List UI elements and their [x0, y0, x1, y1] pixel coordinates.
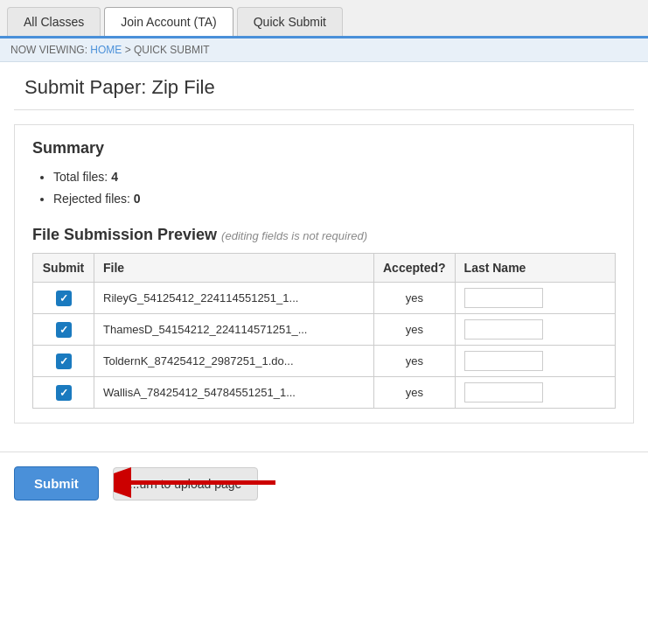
- file-cell-3: WallisA_78425412_54784551251_1...: [94, 377, 374, 409]
- submit-cell-3: [33, 377, 94, 409]
- table-row: ThamesD_54154212_224114571251_...yes: [33, 314, 616, 346]
- tab-quick-submit[interactable]: Quick Submit: [237, 7, 343, 36]
- lastname-input-1[interactable]: [464, 319, 543, 340]
- accepted-cell-0: yes: [374, 283, 456, 314]
- rejected-files-value: 0: [134, 192, 141, 206]
- lastname-cell-0: [455, 283, 615, 314]
- col-header-lastname: Last Name: [455, 254, 615, 283]
- footer-bar: Submit ...urn to upload page: [0, 452, 648, 514]
- total-files-value: 4: [111, 170, 118, 184]
- accepted-cell-1: yes: [374, 314, 456, 346]
- col-header-file: File: [94, 254, 374, 283]
- breadcrumb: NOW VIEWING: HOME > QUICK SUBMIT: [0, 38, 648, 62]
- page-title: Submit Paper: Zip File: [14, 62, 634, 110]
- preview-note: (editing fields is not required): [221, 229, 367, 242]
- table-row: RileyG_54125412_224114551251_1...yes: [33, 283, 616, 314]
- checkbox-0[interactable]: [56, 290, 72, 306]
- total-files-item: Total files: 4: [53, 166, 616, 188]
- rejected-files-label: Rejected files:: [53, 192, 134, 206]
- breadcrumb-home[interactable]: HOME: [90, 44, 122, 56]
- submit-cell-1: [33, 314, 94, 346]
- breadcrumb-separator: >: [125, 44, 134, 56]
- preview-title-text: File Submission Preview: [32, 226, 217, 243]
- lastname-cell-2: [455, 346, 615, 377]
- main-content: Submit Paper: Zip File Summary Total fil…: [0, 62, 648, 452]
- lastname-cell-1: [455, 314, 615, 346]
- col-header-submit: Submit: [33, 254, 94, 283]
- lastname-input-0[interactable]: [464, 288, 543, 308]
- checkbox-3[interactable]: [56, 385, 72, 401]
- submission-table: Submit File Accepted? Last Name RileyG_5…: [32, 253, 616, 409]
- lastname-cell-3: [455, 377, 615, 409]
- tab-bar: All Classes Join Account (TA) Quick Subm…: [0, 0, 648, 38]
- preview-title: File Submission Preview (editing fields …: [32, 226, 616, 244]
- content-section: Summary Total files: 4 Rejected files: 0…: [14, 124, 634, 424]
- accepted-cell-3: yes: [374, 377, 456, 409]
- total-files-label: Total files:: [53, 170, 111, 184]
- file-cell-2: ToldernK_87425412_2987251_1.do...: [94, 346, 374, 377]
- file-cell-1: ThamesD_54154212_224114571251_...: [94, 314, 374, 346]
- red-arrow-indicator: [114, 466, 280, 500]
- lastname-input-3[interactable]: [464, 382, 543, 402]
- table-row: ToldernK_87425412_2987251_1.do...yes: [33, 346, 616, 377]
- submit-cell-2: [33, 346, 94, 377]
- file-cell-0: RileyG_54125412_224114551251_1...: [94, 283, 374, 314]
- checkbox-2[interactable]: [56, 354, 72, 369]
- summary-list: Total files: 4 Rejected files: 0: [32, 166, 616, 210]
- tab-join-account[interactable]: Join Account (TA): [104, 7, 233, 36]
- summary-title: Summary: [32, 139, 616, 158]
- lastname-input-2[interactable]: [464, 351, 543, 371]
- breadcrumb-current: QUICK SUBMIT: [134, 44, 210, 56]
- table-row: WallisA_78425412_54784551251_1...yes: [33, 377, 616, 409]
- submit-cell-0: [33, 283, 94, 314]
- accepted-cell-2: yes: [374, 346, 456, 377]
- breadcrumb-prefix: NOW VIEWING:: [10, 44, 87, 56]
- tab-all-classes[interactable]: All Classes: [7, 7, 101, 36]
- checkbox-1[interactable]: [56, 322, 72, 338]
- rejected-files-item: Rejected files: 0: [53, 188, 616, 210]
- col-header-accepted: Accepted?: [374, 254, 456, 283]
- submit-button[interactable]: Submit: [14, 466, 99, 500]
